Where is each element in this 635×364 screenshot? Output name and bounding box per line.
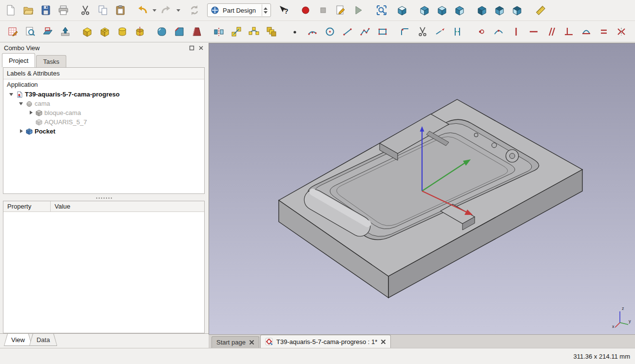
redo-dropdown-button[interactable] [175,2,181,19]
create-sketch-button[interactable] [4,23,21,40]
point-icon [289,26,301,38]
sketch-fillet-button[interactable] [396,23,414,40]
view-top-button[interactable] [433,2,451,19]
view-left-button[interactable] [508,2,526,19]
undo-dropdown-button[interactable] [151,2,157,19]
reorient-sketch-button[interactable] [57,23,74,40]
constraint-point-on-object-button[interactable] [490,23,507,40]
constraint-tangent-button[interactable] [577,23,595,40]
revolution-button[interactable] [114,23,131,40]
tree-row-cama[interactable]: cama [3,99,204,108]
macro-execute-button[interactable] [349,2,367,19]
sketch-arc-button[interactable] [304,23,321,40]
edit-sketch-button[interactable] [21,23,39,40]
sketch-rectangle-button[interactable] [374,23,391,40]
constraint-coincident-button[interactable] [472,23,490,40]
refresh-button[interactable] [186,2,203,19]
tree-row-aquaris[interactable]: AQUARIS_5_7 [3,117,204,127]
property-editor: Property Value [3,201,205,333]
constraint-horizontal-button[interactable] [525,23,542,40]
new-file-button[interactable] [2,2,19,19]
splitter-grip[interactable] [96,197,112,199]
macro-edit-button[interactable] [332,2,349,19]
print-button[interactable] [55,2,72,19]
fillet-button[interactable] [153,23,171,40]
navigation-axis-cross[interactable]: z y x [612,305,632,329]
view-right-button[interactable] [451,2,468,19]
axis-y-label: y [629,319,631,324]
constraint-parallel-button[interactable] [542,23,560,40]
view-front-button[interactable] [416,2,433,19]
measure-distance-button[interactable] [532,2,549,19]
workbench-selector[interactable]: Part Design [207,3,271,17]
draft-icon [191,26,203,38]
expander-open-icon[interactable] [9,92,14,96]
sketch-polyline-button[interactable] [356,23,374,40]
sketch-trim-button[interactable] [414,23,431,40]
sketch-point-button[interactable] [286,23,304,40]
map-sketch-button[interactable] [39,23,57,40]
arc-icon [307,26,318,38]
open-file-icon [22,4,34,16]
close-tab-button[interactable] [381,339,386,345]
pad-icon [81,26,93,38]
tab-start-page[interactable]: Start page [212,336,259,348]
view-bottom-button[interactable] [491,2,508,19]
tree-root-application[interactable]: Application [3,79,204,90]
workbench-spinner[interactable] [262,4,269,16]
tab-project[interactable]: Project [2,53,35,67]
paste-button[interactable] [112,2,129,19]
column-header-value[interactable]: Value [51,201,204,211]
tree-row-bloque-cama[interactable]: bloque-cama [3,108,204,117]
linear-pattern-button[interactable] [228,23,245,40]
open-file-button[interactable] [19,2,37,19]
redo-button[interactable] [157,2,175,19]
pocket-button[interactable] [96,23,114,40]
macro-stop-button[interactable] [314,2,332,19]
multitransform-button[interactable] [263,23,280,40]
sketch-extend-button[interactable] [431,23,449,40]
chamfer-button[interactable] [171,23,188,40]
undo-button[interactable] [134,2,151,19]
chamfer-icon [173,26,185,38]
tree-row-document[interactable]: T39-aquaris-5-7-cama-progreso [3,90,204,99]
expander-closed-icon[interactable] [19,129,23,134]
model-3d[interactable] [209,43,635,335]
column-header-property[interactable]: Property [3,201,51,211]
groove-button[interactable] [131,23,149,40]
tab-data[interactable]: Data [29,334,57,346]
view-isometric-icon [397,5,407,16]
constraint-equal-button[interactable] [595,23,613,40]
view-isometric-button[interactable] [393,2,411,19]
copy-button[interactable] [94,2,112,19]
sketch-circle-button[interactable] [321,23,339,40]
sketch-line-button[interactable] [339,23,356,40]
constraint-vertical-button[interactable] [507,23,525,40]
panel-splitter[interactable] [3,195,205,201]
view-rear-button[interactable] [473,2,491,19]
constraint-symmetric-button[interactable] [613,23,630,40]
chevron-down-icon [176,9,180,12]
tab-document-t39[interactable]: T39-aquaris-5-7-cama-progreso : 1* [260,335,391,348]
dock-close-button[interactable] [197,44,205,52]
expander-closed-icon[interactable] [29,111,33,115]
whats-this-button[interactable]: ? [275,2,292,19]
expander-open-icon[interactable] [19,101,23,106]
dock-float-button[interactable] [188,44,195,52]
pad-button[interactable] [78,23,96,40]
cut-button[interactable] [77,2,94,19]
tab-view[interactable]: View [4,334,32,346]
3d-viewport[interactable]: z y x [209,43,635,334]
zoom-selection-button[interactable] [373,2,390,19]
draft-button[interactable] [188,23,206,40]
mirrored-button[interactable] [210,23,228,40]
combo-view-titlebar[interactable]: Combo View [0,43,209,53]
save-button[interactable] [37,2,55,19]
sketch-external-geometry-button[interactable] [449,23,466,40]
polar-pattern-button[interactable] [245,23,263,40]
tab-tasks[interactable]: Tasks [36,55,66,67]
constraint-perpendicular-button[interactable] [560,23,577,40]
tree-row-pocket[interactable]: Pocket [3,127,204,136]
close-tab-button[interactable] [249,340,254,345]
macro-record-button[interactable] [297,2,314,19]
